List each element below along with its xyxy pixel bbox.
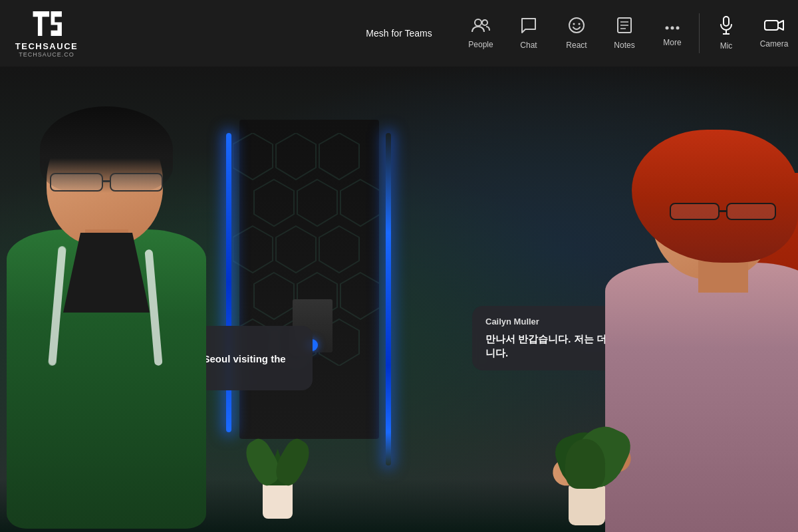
plant-left: [263, 482, 293, 519]
svg-rect-14: [724, 17, 729, 26]
logo-icon: [30, 9, 63, 39]
plant-right: [569, 485, 605, 525]
blue-strip-right: [386, 133, 391, 466]
scene: Kim So Yeon That's great, I'm in Seoul v…: [0, 66, 798, 532]
top-bar: TECHSAUCE TECHSAUCE.CO Mesh for Teams Pe…: [0, 0, 798, 66]
mic-icon: [719, 16, 733, 37]
controls-divider: [699, 13, 700, 53]
logo-text: TECHSAUCE: [15, 41, 78, 51]
avatar-left: [0, 100, 266, 532]
svg-point-6: [579, 23, 581, 25]
logo-sub: TECHSAUCE.CO: [19, 51, 74, 58]
notes-label: Notes: [614, 41, 634, 50]
svg-point-3: [482, 20, 487, 25]
svg-point-5: [573, 23, 575, 25]
mic-label: Mic: [720, 41, 733, 51]
svg-rect-17: [765, 21, 778, 30]
app-title: Mesh for Teams: [366, 28, 432, 39]
people-button[interactable]: People: [457, 0, 505, 66]
control-group-main: People Chat: [457, 0, 696, 66]
notes-icon: [616, 17, 632, 37]
svg-point-2: [475, 19, 481, 26]
react-icon: [568, 17, 585, 37]
svg-marker-18: [778, 21, 783, 30]
react-button[interactable]: React: [553, 0, 600, 66]
people-icon: [471, 17, 490, 36]
av-controls: Mic Camera: [702, 0, 798, 66]
camera-label: Camera: [760, 39, 789, 49]
mic-button[interactable]: Mic: [702, 0, 750, 66]
more-icon: [664, 19, 681, 34]
more-button[interactable]: More: [648, 0, 696, 66]
people-label: People: [468, 40, 493, 49]
svg-point-13: [676, 27, 680, 30]
chat-button[interactable]: Chat: [505, 0, 553, 66]
svg-point-12: [671, 27, 674, 30]
react-label: React: [566, 41, 587, 50]
chat-icon: [520, 17, 537, 37]
more-label: More: [663, 38, 681, 47]
camera-icon: [764, 18, 784, 35]
camera-button[interactable]: Camera: [750, 0, 798, 66]
svg-point-11: [666, 27, 669, 30]
controls-right: People Chat: [457, 0, 798, 66]
notes-button[interactable]: Notes: [600, 0, 648, 66]
svg-point-4: [569, 18, 584, 33]
chat-label: Chat: [520, 41, 537, 50]
logo-area: TECHSAUCE TECHSAUCE.CO: [0, 0, 93, 66]
